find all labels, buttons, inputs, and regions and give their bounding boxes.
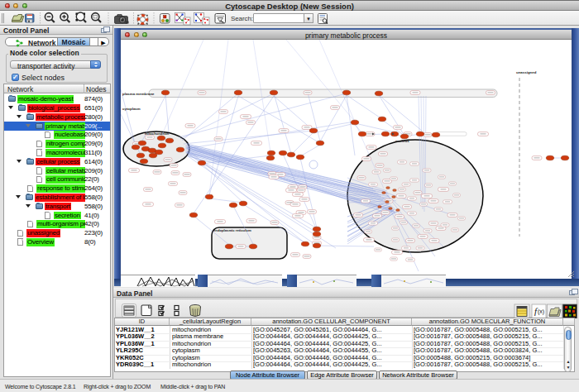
svg-text:endoplasmic reticulum: endoplasmic reticulum bbox=[213, 228, 251, 232]
svg-text:cytoplasm: cytoplasm bbox=[122, 107, 141, 111]
svg-text:unassigned: unassigned bbox=[516, 70, 537, 74]
svg-text:(x): (x) bbox=[538, 308, 544, 315]
svg-text:mitochondrion: mitochondrion bbox=[145, 131, 170, 136]
svg-text:nucleus: nucleus bbox=[395, 139, 409, 143]
svg-text:plasma membrane: plasma membrane bbox=[122, 92, 155, 96]
